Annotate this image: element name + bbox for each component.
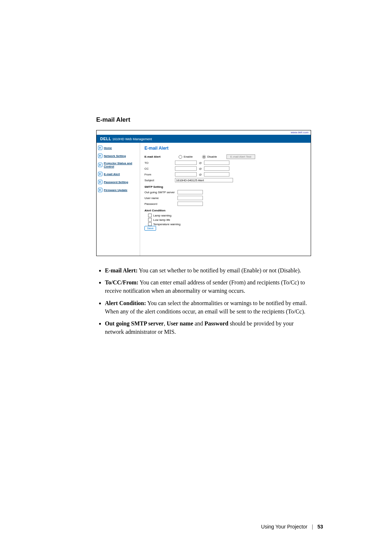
from-label: From (144, 173, 173, 176)
cond1-checkbox[interactable] (148, 214, 152, 217)
at-icon: @ (199, 167, 202, 170)
email-alert-label: E-mail Alert (144, 155, 173, 158)
cond3-label: Temperature warning (153, 223, 180, 226)
subject-label: Subject (144, 179, 173, 182)
panel-title: E-mail Alert (144, 146, 306, 151)
to-domain-input[interactable] (204, 161, 229, 165)
footer-label: Using Your Projector (261, 524, 307, 530)
cond2-row: Low lamp life (144, 218, 306, 222)
email-alert-panel: E-mail Alert E-mail Alert Enable Disable… (140, 143, 311, 256)
page-number: 53 (317, 524, 323, 530)
cc-domain-input[interactable] (204, 166, 229, 171)
enable-radio[interactable] (179, 155, 182, 159)
cc-row: CC @ (144, 166, 306, 171)
smtp-label: Out going SMTP server (144, 191, 175, 194)
bullet-label: Alert Condition: (105, 300, 146, 306)
bullet-label: Password (204, 320, 228, 327)
cond3-row: Temperature warning (144, 222, 306, 226)
arrow-icon (98, 188, 102, 192)
bullet-smtp: Out going SMTP server, User name and Pas… (105, 319, 314, 336)
url-bar: www.dell.com (97, 130, 311, 135)
enable-label: Enable (184, 155, 193, 158)
bullet-label: User name (167, 320, 193, 327)
cc-label: CC (144, 167, 173, 170)
cond1-row: Lamp warning (144, 214, 306, 217)
to-row: TO @ (144, 161, 306, 165)
at-icon: @ (199, 161, 202, 165)
from-domain-input[interactable] (204, 172, 229, 177)
bullet-and: and (193, 320, 204, 327)
header-bar: DELL 1610HD Web Management (97, 135, 311, 143)
description-bullets: E-mail Alert: You can set whether to be … (96, 266, 314, 336)
smtp-input[interactable] (177, 190, 203, 194)
nav-label: Password Setting (104, 181, 128, 184)
user-label: User name (144, 197, 175, 200)
disable-radio[interactable] (202, 155, 206, 159)
disable-label: Disable (207, 155, 217, 158)
save-button[interactable]: Save (144, 226, 156, 231)
bullet-label: E-mail Alert: (105, 267, 138, 274)
cond3-checkbox[interactable] (148, 222, 152, 226)
web-management-screenshot: www.dell.com DELL 1610HD Web Management … (96, 130, 311, 256)
section-title: E-mail Alert (96, 116, 327, 123)
to-label: TO (144, 161, 173, 165)
alert-header: Alert Condition (144, 209, 306, 212)
bullet-label: Out going SMTP server (105, 320, 164, 327)
nav-label: Firmware Update (104, 189, 127, 192)
bullet-label: To/CC/From: (105, 279, 138, 285)
subject-input[interactable] (175, 178, 233, 182)
arrow-icon (98, 163, 102, 167)
from-row: From @ (144, 172, 306, 177)
pwd-row: Password (144, 202, 306, 206)
email-test-button[interactable]: E-mail Alert Test (226, 154, 256, 159)
nav-home[interactable]: Home (98, 146, 138, 150)
user-input[interactable] (177, 196, 203, 200)
nav-label: E-mail Alert (104, 173, 120, 176)
nav-firmware[interactable]: Firmware Update (98, 188, 138, 192)
page-footer: Using Your Projector | 53 (261, 524, 323, 530)
cond1-label: Lamp warning (153, 214, 171, 217)
subject-row: Subject (144, 178, 306, 182)
pwd-label: Password (144, 202, 175, 206)
pwd-input[interactable] (177, 202, 203, 206)
bullet-email-alert: E-mail Alert: You can set whether to be … (105, 266, 314, 275)
from-input[interactable] (175, 172, 197, 177)
nav-label: Projector Status and Control (104, 162, 138, 168)
arrow-icon (98, 146, 102, 150)
bullet-text: You can set whether to be notified by em… (138, 267, 301, 274)
bullet-alert-condition: Alert Condition: You can select the abno… (105, 299, 314, 316)
cond2-checkbox[interactable] (148, 218, 152, 222)
nav-password[interactable]: Password Setting (98, 180, 138, 184)
product-name: 1610HD Web Management (113, 137, 152, 141)
cc-input[interactable] (175, 166, 197, 171)
at-icon: @ (199, 173, 202, 176)
arrow-icon (98, 154, 102, 158)
user-row: User name (144, 196, 306, 200)
footer-separator: | (312, 524, 313, 530)
nav-label: Home (104, 146, 112, 150)
nav-network[interactable]: Network Setting (98, 154, 138, 158)
sidebar-nav: Home Network Setting Projector Status an… (97, 143, 140, 256)
smtp-header: SMTP Setting (144, 185, 306, 189)
nav-label: Network Setting (104, 154, 126, 158)
nav-projector-status[interactable]: Projector Status and Control (98, 162, 138, 168)
nav-email-alert[interactable]: E-mail Alert (98, 172, 138, 176)
enable-row: E-mail Alert Enable Disable E-mail Alert… (144, 154, 306, 159)
cond2-label: Low lamp life (153, 218, 170, 222)
smtp-row: Out going SMTP server (144, 190, 306, 194)
arrow-icon (98, 172, 102, 176)
to-input[interactable] (175, 161, 197, 165)
bullet-to-cc-from: To/CC/From: You can enter email address … (105, 278, 314, 295)
arrow-icon (98, 180, 102, 184)
dell-logo: DELL (100, 137, 111, 141)
